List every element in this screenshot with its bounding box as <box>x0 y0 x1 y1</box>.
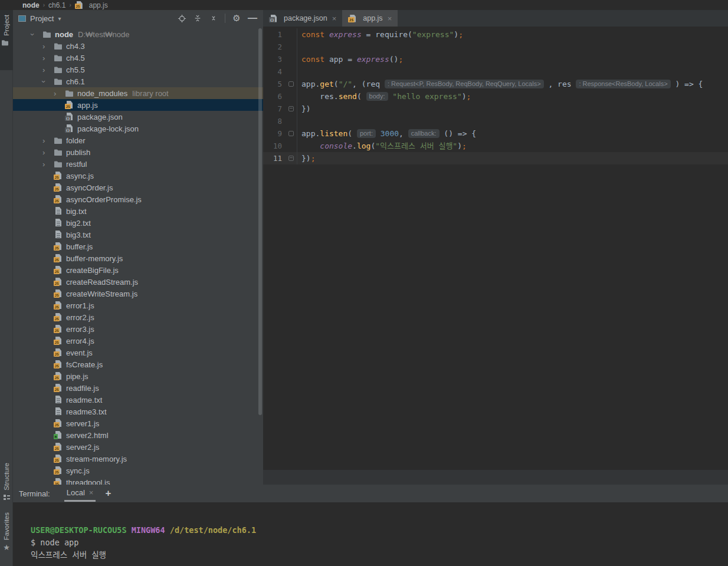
tree-item-buffer.js[interactable]: JSbuffer.js <box>13 241 263 252</box>
tree-item-error3.js[interactable]: JSerror3.js <box>13 323 263 335</box>
tree-item-ch4.5[interactable]: ›ch4.5 <box>13 52 263 64</box>
js-file-icon: JS <box>54 301 63 310</box>
project-panel-title[interactable]: Project <box>30 14 54 23</box>
tree-item-createWriteStream.js[interactable]: JScreateWriteStream.js <box>13 288 263 300</box>
chevron-right-icon[interactable]: › <box>40 160 54 169</box>
tree-item-node[interactable]: ›nodeD:₩test₩node <box>13 28 263 40</box>
new-terminal-button[interactable]: + <box>105 488 111 499</box>
tree-item-createBigFile.js[interactable]: JScreateBigFile.js <box>13 264 263 276</box>
code-line-10: 10 console.log("익스프레스 서버 실행"); <box>263 140 728 152</box>
tree-item-async.js[interactable]: JSasync.js <box>13 170 263 182</box>
fold-column <box>282 115 297 127</box>
breadcrumb-item-node[interactable]: node <box>22 1 40 9</box>
editor-tab-bar: {} package.json × JS app.js × <box>263 10 728 27</box>
tree-item-node_modules[interactable]: ›node_moduleslibrary root <box>13 87 263 99</box>
tool-button-project[interactable]: Project <box>0 10 13 70</box>
js-file-icon: JS <box>54 454 63 463</box>
fold-column <box>282 152 297 164</box>
tree-item-label: error1.js <box>66 301 94 310</box>
fold-marker-icon[interactable] <box>288 131 294 136</box>
hide-panel-icon[interactable]: — <box>248 14 257 23</box>
json-file-icon: {} <box>65 112 74 121</box>
tree-item-publish[interactable]: ›publish <box>13 146 263 158</box>
code-text: const app = express(); <box>297 53 403 65</box>
tree-item-stream-memory.js[interactable]: JSstream-memory.js <box>13 453 263 465</box>
expand-collapse-icon[interactable] <box>209 14 218 23</box>
tool-button-favorites[interactable]: Favorites ★ <box>0 512 13 551</box>
tree-item-asyncOrderPromise.js[interactable]: JSasyncOrderPromise.js <box>13 193 263 205</box>
code-line-9: 9app.listen( port: 3000, callback: () =>… <box>263 127 728 140</box>
line-number: 5 <box>263 78 282 90</box>
tool-button-structure[interactable]: Structure <box>0 463 13 501</box>
chevron-right-icon[interactable]: › <box>51 89 65 98</box>
terminal-tab-local[interactable]: Local × <box>64 486 96 502</box>
terminal-console[interactable]: USER@DESKTOP-RUCOU5S MINGW64 /d/test/nod… <box>13 502 728 566</box>
tree-item-error1.js[interactable]: JSerror1.js <box>13 300 263 311</box>
project-panel-scrollbar[interactable] <box>258 28 262 415</box>
tree-item-sync.js[interactable]: JSsync.js <box>13 465 263 476</box>
tree-item-ch5.5[interactable]: ›ch5.5 <box>13 64 263 75</box>
code-editor[interactable]: 1const express = require("express");23co… <box>263 27 728 164</box>
fold-marker-icon[interactable] <box>288 81 294 87</box>
close-icon[interactable]: × <box>332 14 337 23</box>
tree-item-label: createReadStream.js <box>66 278 138 287</box>
tree-item-restful[interactable]: ›restful <box>13 158 263 170</box>
tree-item-label: package.json <box>77 113 123 121</box>
js-file-icon: JS <box>54 348 63 357</box>
chevron-right-icon[interactable]: › <box>40 65 54 74</box>
tab-package-json[interactable]: {} package.json × <box>263 10 342 27</box>
chevron-down-icon[interactable]: › <box>40 77 54 86</box>
chevron-right-icon[interactable]: › <box>40 136 54 145</box>
terminal-line-3: 익스프레스 서버 실행 <box>31 549 728 561</box>
chevron-down-icon[interactable]: ▾ <box>58 15 61 22</box>
tree-item-label: createWriteStream.js <box>66 289 137 298</box>
tree-item-big.txt[interactable]: big.txt <box>13 205 263 217</box>
js-file-icon: JS <box>54 336 63 345</box>
chevron-right-icon[interactable]: › <box>40 54 54 62</box>
tree-item-server1.js[interactable]: JSserver1.js <box>13 417 263 429</box>
tree-item-server2.html[interactable]: Hserver2.html <box>13 429 263 441</box>
locate-icon[interactable] <box>177 14 186 23</box>
tool-button-structure-label: Structure <box>3 463 10 491</box>
tree-item-threadpool.js[interactable]: JSthreadpool.js <box>13 476 263 485</box>
tree-item-app.js[interactable]: JSapp.js <box>13 99 263 111</box>
tree-item-ch4.3[interactable]: ›ch4.3 <box>13 40 263 52</box>
tree-item-readme.txt[interactable]: readme.txt <box>13 394 263 406</box>
tree-item-folder[interactable]: ›folder <box>13 134 263 146</box>
folder-icon <box>54 42 66 50</box>
tree-item-createReadStream.js[interactable]: JScreateReadStream.js <box>13 276 263 288</box>
chevron-right-icon[interactable]: › <box>40 148 54 157</box>
close-icon[interactable]: × <box>89 488 94 497</box>
tree-item-big3.txt[interactable]: big3.txt <box>13 229 263 241</box>
tree-item-package-lock.json[interactable]: {}package-lock.json <box>13 123 263 134</box>
tree-item-package.json[interactable]: {}package.json <box>13 111 263 123</box>
breadcrumb-item-appjs[interactable]: JS app.js <box>75 1 108 9</box>
fold-marker-icon[interactable] <box>288 106 294 111</box>
tree-item-asyncOrder.js[interactable]: JSasyncOrder.js <box>13 182 263 193</box>
code-text: res.send( body: "hello express"); <box>297 90 471 103</box>
tree-item-pipe.js[interactable]: JSpipe.js <box>13 370 263 382</box>
line-number: 8 <box>263 115 282 127</box>
js-file-icon: JS <box>54 289 63 298</box>
tree-item-readfile.js[interactable]: JSreadfile.js <box>13 382 263 394</box>
tree-item-ch6.1[interactable]: ›ch6.1 <box>13 75 263 87</box>
tree-item-big2.txt[interactable]: big2.txt <box>13 217 263 229</box>
chevron-down-icon[interactable]: › <box>28 30 42 39</box>
tree-item-server2.js[interactable]: JSserver2.js <box>13 441 263 453</box>
close-icon[interactable]: × <box>388 14 392 23</box>
folder-icon <box>54 66 66 74</box>
chevron-right-icon[interactable]: › <box>40 42 54 51</box>
collapse-all-icon[interactable] <box>193 14 202 23</box>
settings-gear-icon[interactable]: ⚙ <box>232 14 241 23</box>
tree-item-error4.js[interactable]: JSerror4.js <box>13 335 263 347</box>
tree-item-buffer-memory.js[interactable]: JSbuffer-memory.js <box>13 252 263 264</box>
fold-marker-icon[interactable] <box>288 156 294 161</box>
tree-item-event.js[interactable]: JSevent.js <box>13 347 263 358</box>
code-line-5: 5app.get("/", (req : Request<P, ResBody,… <box>263 78 728 90</box>
tree-item-fsCreate.js[interactable]: JSfsCreate.js <box>13 358 263 370</box>
tab-app-js[interactable]: JS app.js × <box>342 10 398 27</box>
code-text <box>297 115 301 127</box>
breadcrumb-item-ch6-1[interactable]: ch6.1 <box>48 1 65 9</box>
tree-item-error2.js[interactable]: JSerror2.js <box>13 311 263 323</box>
tree-item-readme3.txt[interactable]: readme3.txt <box>13 406 263 417</box>
